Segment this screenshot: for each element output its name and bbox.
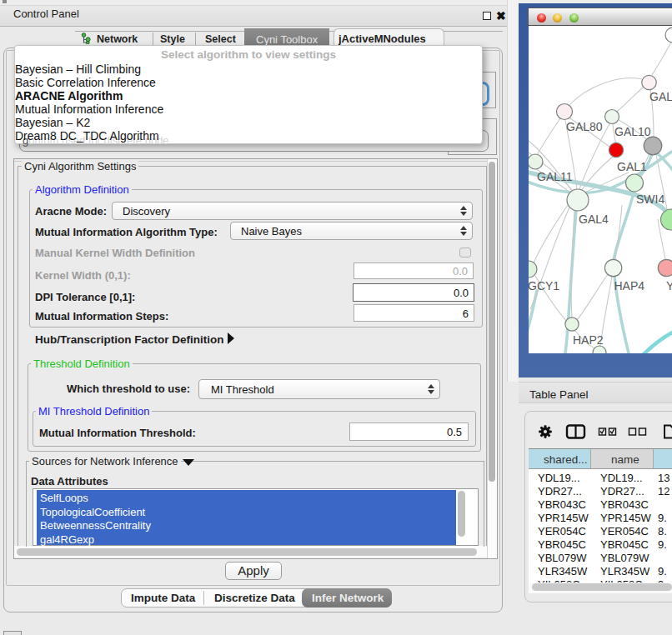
svg-text:GAL10: GAL10 (614, 125, 651, 138)
svg-text:GCY1: GCY1 (529, 279, 559, 292)
svg-text:GAL7: GAL7 (649, 90, 672, 103)
svg-text:GAL1: GAL1 (617, 160, 647, 173)
svg-text:GAL4: GAL4 (579, 212, 609, 226)
svg-text:HAP4: HAP4 (614, 279, 645, 292)
svg-text:HAP2: HAP2 (573, 333, 604, 347)
svg-text:GAL80: GAL80 (566, 120, 603, 133)
svg-text:Y: Y (666, 279, 672, 292)
svg-text:SWI4: SWI4 (636, 192, 664, 206)
svg-text:GAL11: GAL11 (537, 170, 573, 183)
